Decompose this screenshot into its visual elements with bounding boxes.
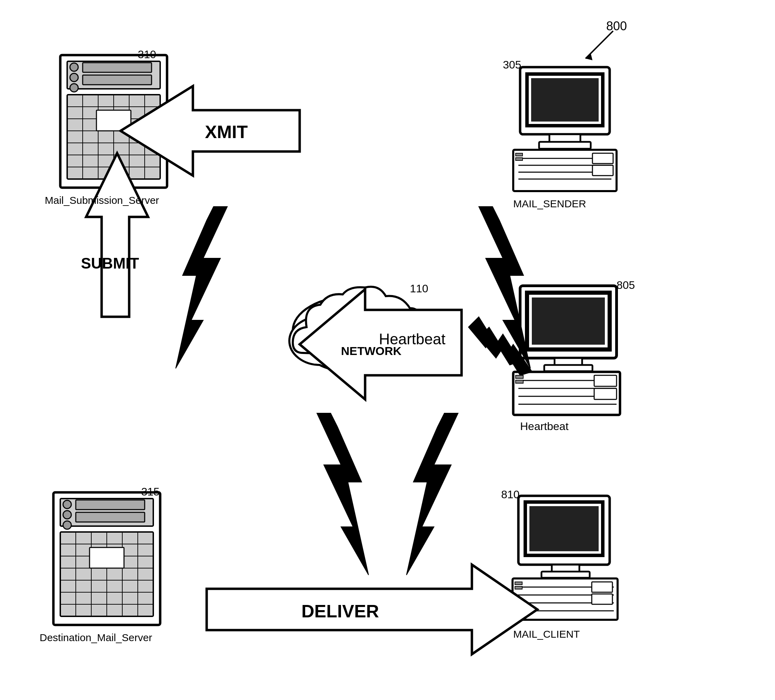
svg-rect-90 [515, 586, 522, 589]
svg-rect-81 [529, 506, 599, 551]
svg-rect-14 [516, 158, 522, 161]
svg-rect-75 [516, 375, 523, 378]
heartbeat-arrow-label: Heartbeat [379, 330, 446, 348]
diagram-container: 800 305 MAIL_SENDER 310 Mail_Submission_… [0, 0, 775, 700]
xmit-label: XMIT [205, 121, 248, 142]
svg-point-48 [63, 511, 71, 519]
mail-sender-label: MAIL_SENDER [513, 198, 586, 210]
ref-800-label: 800 [606, 19, 627, 33]
svg-rect-50 [76, 500, 145, 509]
ref-805-label: 805 [617, 279, 635, 292]
svg-rect-64 [90, 547, 124, 568]
ref-310-label: 310 [138, 48, 156, 61]
deliver-label: DELIVER [301, 601, 379, 622]
heartbeat-node-label: Heartbeat [520, 420, 569, 433]
svg-rect-15 [592, 153, 613, 164]
svg-rect-16 [592, 165, 613, 176]
submit-label: SUBMIT [81, 255, 139, 272]
svg-rect-91 [592, 582, 612, 592]
svg-rect-22 [83, 63, 151, 72]
ref-110-label: 110 [410, 282, 428, 295]
svg-rect-13 [516, 153, 522, 156]
svg-rect-89 [515, 582, 522, 585]
ref-810-label: 810 [501, 488, 519, 501]
svg-point-49 [63, 521, 71, 529]
ref-315-label: 315 [141, 486, 160, 498]
svg-point-19 [70, 63, 78, 71]
svg-rect-83 [542, 572, 590, 578]
svg-point-47 [63, 500, 71, 509]
svg-rect-23 [83, 75, 151, 85]
svg-rect-76 [516, 380, 523, 383]
svg-rect-7 [539, 142, 591, 149]
svg-rect-5 [531, 78, 599, 121]
svg-rect-67 [532, 297, 605, 345]
mail-submission-server-label: Mail_Submission_Server [45, 194, 159, 206]
svg-point-21 [70, 84, 78, 92]
svg-rect-92 [592, 594, 612, 604]
ref-305-label: 305 [503, 58, 521, 71]
svg-rect-69 [544, 365, 592, 371]
svg-rect-78 [594, 388, 617, 400]
svg-rect-77 [594, 375, 617, 386]
svg-rect-51 [76, 513, 145, 522]
mail-client-label: MAIL_CLIENT [513, 629, 580, 640]
destination-mail-server-label: Destination_Mail_Server [40, 632, 152, 644]
svg-point-20 [70, 73, 78, 81]
